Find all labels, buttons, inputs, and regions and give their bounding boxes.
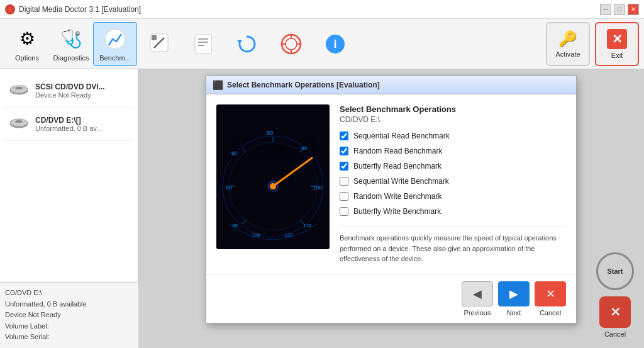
sidebar-drive-cddvd[interactable]: CD/DVD E:\[] Unformatted, 0 B av... <box>5 108 133 141</box>
sequential-write-label: Sequential Write Benchmark <box>353 177 449 186</box>
exit-button[interactable]: ✕ Exit <box>595 22 639 66</box>
toolbar-help[interactable] <box>269 22 313 66</box>
benchmark-icon <box>103 26 128 52</box>
diagnostics-icon: 🩺 <box>58 26 84 52</box>
status-volume-label: Volume Label: <box>5 321 133 332</box>
sidebar-drive-scsi[interactable]: SCSI CD/DVD DVI... Device Not Ready <box>5 74 133 108</box>
svg-text:110: 110 <box>303 223 312 228</box>
svg-text:100: 100 <box>313 184 322 191</box>
cddvd-drive-icon <box>8 113 30 135</box>
benchmark-dialog: ⬛ Select Benchmark Operations [Evaluatio… <box>206 76 577 323</box>
next-button[interactable]: ▶ Next <box>498 281 530 317</box>
cancel-nav-btn-shape[interactable]: ✕ <box>535 281 566 306</box>
dialog-subtitle: CD/DVD E:\ <box>340 115 566 124</box>
toolbar: ⚙ Options 🩺 Diagnostics Benchm... <box>0 19 644 69</box>
toolbar-refresh[interactable] <box>225 22 269 66</box>
status-volume-serial: Volume Serial: <box>5 332 133 343</box>
random-read-checkbox[interactable] <box>340 147 348 155</box>
dialog-footer: ◀ Previous ▶ Next ✕ Cancel <box>206 274 576 323</box>
cddvd-drive-info: CD/DVD E:\[] Unformatted, 0 B av... <box>35 116 102 132</box>
checkbox-butterfly-read[interactable]: Butterfly Read Benchmark <box>340 162 566 171</box>
toolbar-options[interactable]: ⚙ Options <box>5 22 49 66</box>
butterfly-write-label: Butterfly Write Benchmark <box>353 207 441 216</box>
svg-point-22 <box>15 120 23 123</box>
status-device: Device Not Ready <box>5 310 133 321</box>
checkbox-sequential-write[interactable]: Sequential Write Benchmark <box>340 177 566 186</box>
cancel-dialog-label: Cancel <box>540 309 561 317</box>
cddvd-drive-name: CD/DVD E:\[] <box>35 116 102 125</box>
checkbox-sequential-read[interactable]: Sequential Read Benchmark <box>340 132 566 140</box>
diagnostics-label: Diagnostics <box>53 54 89 62</box>
toolbar-report[interactable] <box>181 22 225 66</box>
svg-point-10 <box>286 38 297 50</box>
svg-text:90: 90 <box>267 130 273 136</box>
svg-text:90: 90 <box>301 145 307 151</box>
title-bar: Digital Media Doctor 3.1 [Evaluation] ─ … <box>0 0 644 19</box>
benchmark-label: Benchm... <box>99 54 131 62</box>
toolbar-info[interactable]: i <box>313 22 357 66</box>
previous-label: Previous <box>464 309 491 317</box>
sequential-write-checkbox[interactable] <box>340 177 348 186</box>
title-bar-controls[interactable]: ─ □ ✕ <box>600 4 639 15</box>
close-button[interactable]: ✕ <box>628 4 639 15</box>
checkbox-random-read[interactable]: Random Read Benchmark <box>340 147 566 155</box>
dialog-overlay: ⬛ Select Benchmark Operations [Evaluatio… <box>138 69 644 348</box>
butterfly-read-label: Butterfly Read Benchmark <box>353 162 441 171</box>
help-icon <box>279 31 304 57</box>
sequential-read-checkbox[interactable] <box>340 132 348 140</box>
random-write-checkbox[interactable] <box>340 192 348 201</box>
report-icon <box>191 31 216 57</box>
options-icon: ⚙ <box>14 26 40 52</box>
scsi-drive-icon <box>8 79 30 102</box>
previous-btn-shape[interactable]: ◀ <box>462 281 493 306</box>
checkbox-butterfly-write[interactable]: Butterfly Write Benchmark <box>340 207 566 216</box>
toolbar-diagnostics[interactable]: 🩺 Diagnostics <box>49 22 93 66</box>
toolbar-right: 🔑 Activate ✕ Exit <box>546 22 639 66</box>
title-bar-left: Digital Media Doctor 3.1 [Evaluation] <box>5 4 141 14</box>
svg-text:120: 120 <box>252 232 260 238</box>
sequential-read-label: Sequential Read Benchmark <box>353 132 450 140</box>
maximize-button[interactable]: □ <box>614 4 625 15</box>
next-btn-shape[interactable]: ▶ <box>498 281 530 306</box>
activate-label: Activate <box>555 50 580 58</box>
butterfly-write-checkbox[interactable] <box>340 207 348 216</box>
svg-text:i: i <box>333 38 336 50</box>
svg-rect-4 <box>195 35 211 53</box>
random-write-label: Random Write Benchmark <box>353 192 442 201</box>
status-format: Unformatted, 0 B available <box>5 299 133 310</box>
previous-button[interactable]: ◀ Previous <box>462 281 493 317</box>
random-read-label: Random Read Benchmark <box>353 147 442 155</box>
scsi-drive-status: Device Not Ready <box>35 91 105 99</box>
svg-marker-8 <box>237 40 242 44</box>
dialog-header: Select Benchmark Operations <box>340 104 566 114</box>
svg-rect-3 <box>152 35 157 40</box>
dialog-description: Benchmark operations quickly measure the… <box>340 226 566 264</box>
checkbox-random-write[interactable]: Random Write Benchmark <box>340 192 566 201</box>
toolbar-benchmark[interactable]: Benchm... <box>93 22 137 66</box>
app-title: Digital Media Doctor 3.1 [Evaluation] <box>19 5 141 14</box>
tool-icon <box>147 30 172 55</box>
minimize-button[interactable]: ─ <box>600 4 611 15</box>
options-label: Options <box>15 54 39 62</box>
main-area: Start ✕ Cancel ⬛ Select Benchmark Operat… <box>138 69 644 348</box>
refresh-icon <box>235 31 260 57</box>
toolbar-tool[interactable] <box>137 22 181 66</box>
key-icon: 🔑 <box>558 30 577 48</box>
benchmark-options: Sequential Read Benchmark Random Read Be… <box>340 132 566 216</box>
dialog-body: 60 90 100 80 90 40 110 120 120 <box>206 94 576 274</box>
svg-point-19 <box>15 87 23 89</box>
svg-text:60: 60 <box>226 184 232 191</box>
butterfly-read-checkbox[interactable] <box>340 162 348 171</box>
dialog-title-icon: ⬛ <box>213 80 223 90</box>
svg-point-44 <box>270 183 276 189</box>
exit-icon: ✕ <box>607 29 627 49</box>
sidebar: SCSI CD/DVD DVI... Device Not Ready CD/D… <box>0 69 138 348</box>
next-label: Next <box>507 309 521 317</box>
activate-button[interactable]: 🔑 Activate <box>546 22 590 66</box>
cancel-dialog-button[interactable]: ✕ Cancel <box>535 281 566 317</box>
info-icon: i <box>323 31 348 57</box>
svg-text:40: 40 <box>232 223 238 228</box>
svg-point-0 <box>105 29 125 49</box>
scsi-drive-info: SCSI CD/DVD DVI... Device Not Ready <box>35 82 105 99</box>
dialog-titlebar: ⬛ Select Benchmark Operations [Evaluatio… <box>206 76 576 94</box>
